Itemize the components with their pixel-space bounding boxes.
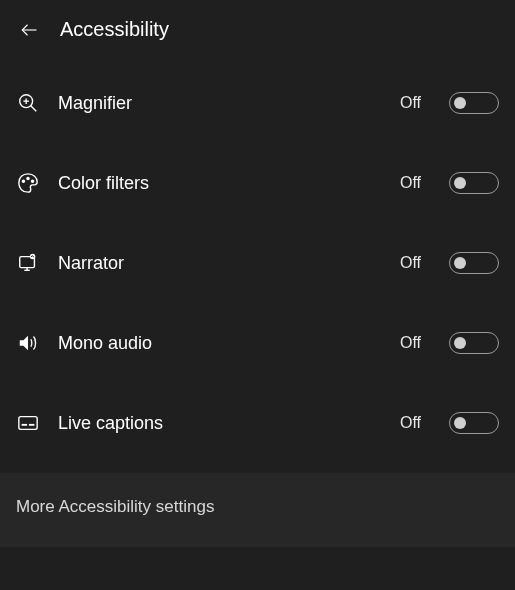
toggle-switch-narrator[interactable] — [449, 252, 499, 274]
toggle-thumb — [454, 257, 466, 269]
toggle-state-text: Off — [400, 334, 421, 352]
setting-row-color-filters[interactable]: Color filters Off — [0, 143, 515, 223]
back-button[interactable] — [20, 21, 38, 39]
svg-point-6 — [27, 177, 29, 179]
header: Accessibility — [0, 0, 515, 63]
svg-line-2 — [31, 106, 37, 112]
setting-row-live-captions[interactable]: Live captions Off — [0, 383, 515, 463]
more-accessibility-link[interactable]: More Accessibility settings — [16, 497, 499, 517]
setting-label: Magnifier — [58, 93, 382, 114]
page-title: Accessibility — [60, 18, 169, 41]
color-filters-icon — [16, 171, 40, 195]
setting-label: Narrator — [58, 253, 382, 274]
setting-row-narrator[interactable]: Narrator Off — [0, 223, 515, 303]
svg-point-5 — [22, 180, 24, 182]
toggle-switch-mono-audio[interactable] — [449, 332, 499, 354]
toggle-switch-color-filters[interactable] — [449, 172, 499, 194]
toggle-thumb — [454, 337, 466, 349]
svg-rect-12 — [19, 417, 37, 430]
toggle-state-text: Off — [400, 94, 421, 112]
toggle-thumb — [454, 417, 466, 429]
toggle-state-text: Off — [400, 414, 421, 432]
toggle-state-text: Off — [400, 254, 421, 272]
toggle-thumb — [454, 97, 466, 109]
footer: More Accessibility settings — [0, 473, 515, 547]
toggle-state-text: Off — [400, 174, 421, 192]
arrow-left-icon — [20, 21, 38, 39]
setting-row-mono-audio[interactable]: Mono audio Off — [0, 303, 515, 383]
svg-point-7 — [31, 180, 33, 182]
live-captions-icon — [16, 411, 40, 435]
setting-label: Live captions — [58, 413, 382, 434]
toggle-switch-live-captions[interactable] — [449, 412, 499, 434]
toggle-switch-magnifier[interactable] — [449, 92, 499, 114]
setting-row-magnifier[interactable]: Magnifier Off — [0, 63, 515, 143]
svg-point-11 — [30, 254, 36, 260]
toggle-thumb — [454, 177, 466, 189]
setting-label: Mono audio — [58, 333, 382, 354]
narrator-icon — [16, 251, 40, 275]
setting-label: Color filters — [58, 173, 382, 194]
magnifier-icon — [16, 91, 40, 115]
mono-audio-icon — [16, 331, 40, 355]
settings-list: Magnifier Off Color filters Off — [0, 63, 515, 463]
